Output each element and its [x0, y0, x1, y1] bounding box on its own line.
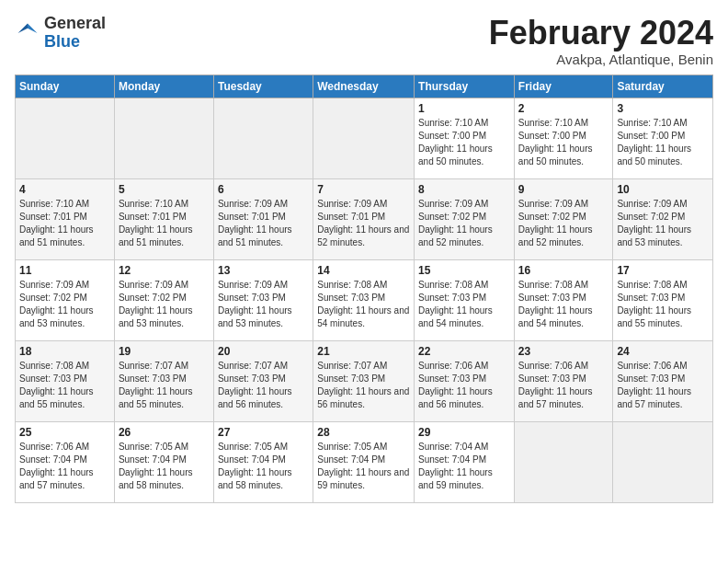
day-number: 17 — [617, 264, 709, 277]
day-info: Sunrise: 7:06 AM Sunset: 7:03 PM Dayligh… — [518, 360, 609, 411]
day-number: 26 — [119, 426, 210, 439]
day-info: Sunrise: 7:07 AM Sunset: 7:03 PM Dayligh… — [218, 360, 309, 411]
calendar-cell: 15Sunrise: 7:08 AM Sunset: 7:03 PM Dayli… — [415, 259, 515, 340]
day-info: Sunrise: 7:09 AM Sunset: 7:01 PM Dayligh… — [218, 198, 309, 249]
day-number: 2 — [518, 102, 609, 115]
day-info: Sunrise: 7:09 AM Sunset: 7:02 PM Dayligh… — [518, 198, 609, 249]
calendar-cell — [114, 98, 213, 178]
page-header: General Blue February 2024 Avakpa, Atlan… — [15, 15, 713, 67]
day-info: Sunrise: 7:05 AM Sunset: 7:04 PM Dayligh… — [317, 441, 410, 492]
day-info: Sunrise: 7:10 AM Sunset: 7:01 PM Dayligh… — [119, 198, 210, 249]
day-number: 3 — [617, 102, 709, 115]
calendar-week-row: 18Sunrise: 7:08 AM Sunset: 7:03 PM Dayli… — [16, 340, 713, 421]
calendar-cell: 23Sunrise: 7:06 AM Sunset: 7:03 PM Dayli… — [514, 340, 613, 421]
calendar-cell: 22Sunrise: 7:06 AM Sunset: 7:03 PM Dayli… — [415, 340, 515, 421]
calendar-cell: 16Sunrise: 7:08 AM Sunset: 7:03 PM Dayli… — [514, 259, 613, 340]
calendar-cell: 8Sunrise: 7:09 AM Sunset: 7:02 PM Daylig… — [415, 178, 515, 259]
calendar-cell: 4Sunrise: 7:10 AM Sunset: 7:01 PM Daylig… — [16, 178, 115, 259]
calendar-header-row: SundayMondayTuesdayWednesdayThursdayFrid… — [16, 75, 713, 98]
calendar-cell: 3Sunrise: 7:10 AM Sunset: 7:00 PM Daylig… — [613, 98, 713, 178]
day-number: 21 — [317, 345, 410, 358]
calendar-cell — [613, 421, 713, 502]
logo: General Blue — [15, 15, 106, 52]
day-number: 13 — [218, 264, 309, 277]
day-number: 16 — [518, 264, 609, 277]
day-info: Sunrise: 7:10 AM Sunset: 7:00 PM Dayligh… — [518, 117, 609, 168]
logo-blue-text: Blue — [44, 32, 80, 51]
day-number: 28 — [317, 426, 410, 439]
calendar-cell: 1Sunrise: 7:10 AM Sunset: 7:00 PM Daylig… — [415, 98, 515, 178]
day-number: 18 — [19, 345, 110, 358]
calendar-cell: 7Sunrise: 7:09 AM Sunset: 7:01 PM Daylig… — [313, 178, 415, 259]
logo-general-text: General — [44, 14, 106, 32]
day-of-week-header: Friday — [514, 75, 613, 98]
day-info: Sunrise: 7:08 AM Sunset: 7:03 PM Dayligh… — [518, 279, 609, 330]
calendar-cell: 11Sunrise: 7:09 AM Sunset: 7:02 PM Dayli… — [16, 259, 115, 340]
calendar-cell — [313, 98, 415, 178]
svg-marker-0 — [28, 23, 38, 33]
calendar-cell: 17Sunrise: 7:08 AM Sunset: 7:03 PM Dayli… — [613, 259, 713, 340]
day-number: 7 — [317, 183, 410, 196]
day-number: 15 — [418, 264, 510, 277]
calendar-cell: 2Sunrise: 7:10 AM Sunset: 7:00 PM Daylig… — [514, 98, 613, 178]
calendar-week-row: 4Sunrise: 7:10 AM Sunset: 7:01 PM Daylig… — [16, 178, 713, 259]
day-number: 23 — [518, 345, 609, 358]
calendar-cell: 10Sunrise: 7:09 AM Sunset: 7:02 PM Dayli… — [613, 178, 713, 259]
day-info: Sunrise: 7:05 AM Sunset: 7:04 PM Dayligh… — [218, 441, 309, 492]
day-number: 14 — [317, 264, 410, 277]
day-number: 10 — [617, 183, 709, 196]
day-info: Sunrise: 7:04 AM Sunset: 7:04 PM Dayligh… — [418, 441, 510, 492]
calendar-cell: 9Sunrise: 7:09 AM Sunset: 7:02 PM Daylig… — [514, 178, 613, 259]
day-info: Sunrise: 7:09 AM Sunset: 7:03 PM Dayligh… — [218, 279, 309, 330]
calendar-cell: 24Sunrise: 7:06 AM Sunset: 7:03 PM Dayli… — [613, 340, 713, 421]
day-info: Sunrise: 7:09 AM Sunset: 7:02 PM Dayligh… — [418, 198, 510, 249]
calendar-table: SundayMondayTuesdayWednesdayThursdayFrid… — [15, 75, 713, 503]
calendar-cell: 12Sunrise: 7:09 AM Sunset: 7:02 PM Dayli… — [114, 259, 213, 340]
calendar-cell: 6Sunrise: 7:09 AM Sunset: 7:01 PM Daylig… — [213, 178, 313, 259]
day-info: Sunrise: 7:08 AM Sunset: 7:03 PM Dayligh… — [317, 279, 410, 330]
day-info: Sunrise: 7:10 AM Sunset: 7:01 PM Dayligh… — [19, 198, 110, 249]
title-block: February 2024 Avakpa, Atlantique, Benin — [489, 15, 713, 67]
day-info: Sunrise: 7:08 AM Sunset: 7:03 PM Dayligh… — [418, 279, 510, 330]
calendar-week-row: 11Sunrise: 7:09 AM Sunset: 7:02 PM Dayli… — [16, 259, 713, 340]
calendar-cell: 21Sunrise: 7:07 AM Sunset: 7:03 PM Dayli… — [313, 340, 415, 421]
day-number: 25 — [19, 426, 110, 439]
day-of-week-header: Monday — [114, 75, 213, 98]
day-number: 19 — [119, 345, 210, 358]
day-of-week-header: Sunday — [16, 75, 115, 98]
day-number: 4 — [19, 183, 110, 196]
day-info: Sunrise: 7:08 AM Sunset: 7:03 PM Dayligh… — [617, 279, 709, 330]
calendar-cell: 27Sunrise: 7:05 AM Sunset: 7:04 PM Dayli… — [213, 421, 313, 502]
day-number: 6 — [218, 183, 309, 196]
calendar-week-row: 25Sunrise: 7:06 AM Sunset: 7:04 PM Dayli… — [16, 421, 713, 502]
day-info: Sunrise: 7:09 AM Sunset: 7:02 PM Dayligh… — [119, 279, 210, 330]
calendar-week-row: 1Sunrise: 7:10 AM Sunset: 7:00 PM Daylig… — [16, 98, 713, 178]
calendar-cell — [16, 98, 115, 178]
month-year-title: February 2024 — [489, 15, 713, 52]
day-info: Sunrise: 7:09 AM Sunset: 7:01 PM Dayligh… — [317, 198, 410, 249]
day-info: Sunrise: 7:09 AM Sunset: 7:02 PM Dayligh… — [19, 279, 110, 330]
calendar-cell: 19Sunrise: 7:07 AM Sunset: 7:03 PM Dayli… — [114, 340, 213, 421]
day-info: Sunrise: 7:05 AM Sunset: 7:04 PM Dayligh… — [119, 441, 210, 492]
calendar-cell — [213, 98, 313, 178]
day-of-week-header: Tuesday — [213, 75, 313, 98]
calendar-cell: 13Sunrise: 7:09 AM Sunset: 7:03 PM Dayli… — [213, 259, 313, 340]
day-number: 9 — [518, 183, 609, 196]
day-number: 11 — [19, 264, 110, 277]
day-info: Sunrise: 7:07 AM Sunset: 7:03 PM Dayligh… — [119, 360, 210, 411]
day-info: Sunrise: 7:06 AM Sunset: 7:03 PM Dayligh… — [617, 360, 709, 411]
day-info: Sunrise: 7:06 AM Sunset: 7:03 PM Dayligh… — [418, 360, 510, 411]
svg-marker-1 — [18, 23, 28, 33]
calendar-cell: 28Sunrise: 7:05 AM Sunset: 7:04 PM Dayli… — [313, 421, 415, 502]
location-subtitle: Avakpa, Atlantique, Benin — [489, 52, 713, 67]
day-info: Sunrise: 7:10 AM Sunset: 7:00 PM Dayligh… — [617, 117, 709, 168]
day-number: 1 — [418, 102, 510, 115]
calendar-cell: 29Sunrise: 7:04 AM Sunset: 7:04 PM Dayli… — [415, 421, 515, 502]
day-info: Sunrise: 7:10 AM Sunset: 7:00 PM Dayligh… — [418, 117, 510, 168]
day-of-week-header: Wednesday — [313, 75, 415, 98]
calendar-cell: 26Sunrise: 7:05 AM Sunset: 7:04 PM Dayli… — [114, 421, 213, 502]
day-info: Sunrise: 7:08 AM Sunset: 7:03 PM Dayligh… — [19, 360, 110, 411]
day-number: 24 — [617, 345, 709, 358]
day-number: 20 — [218, 345, 309, 358]
day-number: 5 — [119, 183, 210, 196]
